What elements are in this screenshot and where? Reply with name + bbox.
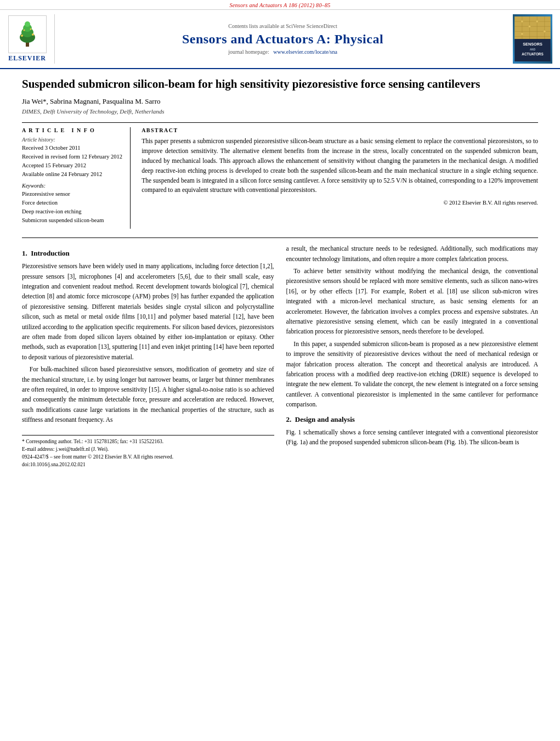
svg-text:ACTUATORS: ACTUATORS [522, 52, 543, 56]
footnote-area: * Corresponding author. Tel.: +31 152781… [22, 435, 274, 469]
svg-point-4 [25, 21, 30, 27]
sensors-actuators-badge: SENSORS AND ACTUATORS [513, 14, 552, 64]
history-accepted: Accepted 15 February 2012 [22, 161, 122, 170]
sciverse-link: Contents lists available at SciVerse Sci… [228, 23, 337, 29]
history-received1: Received 3 October 2011 [22, 144, 122, 152]
body-columns: 1. Introduction Piezoresistive sensors h… [22, 244, 538, 468]
article-title: Suspended submicron silicon-beam for hig… [22, 77, 538, 92]
section1-col1-text: Piezoresistive sensors have been widely … [22, 261, 274, 425]
svg-point-5 [21, 35, 23, 37]
section1-col2-text: a result, the mechanical structure needs… [286, 244, 539, 409]
article-abstract-column: ABSTRACT This paper presents a submicron… [142, 127, 538, 229]
svg-point-22 [544, 31, 546, 33]
journal-logo-right: SENSORS AND ACTUATORS [511, 14, 555, 64]
keywords-label: Keywords: [22, 183, 122, 189]
article-keywords: Keywords: Piezoresistive sensor Force de… [22, 183, 122, 224]
body-column-2: a result, the mechanical structure needs… [286, 244, 539, 468]
svg-point-21 [536, 20, 538, 22]
section2-col2-text: Fig. 1 schematically shows a force sensi… [286, 427, 539, 448]
journal-homepage: journal homepage: www.elsevier.com/locat… [228, 49, 337, 55]
svg-text:SENSORS: SENSORS [523, 42, 542, 47]
journal-header-center: Contents lists available at SciVerse Sci… [60, 14, 505, 64]
svg-point-20 [529, 25, 531, 27]
article-meta-row: A R T I C L E I N F O Article history: R… [22, 122, 538, 229]
footnote-email: E-mail address: j.wei@tudelft.nl (J. Wei… [22, 445, 274, 453]
abstract-text: This paper presents a submicron suspende… [142, 137, 538, 195]
article-info-label: A R T I C L E I N F O [22, 127, 122, 133]
svg-point-6 [32, 33, 34, 36]
article-affiliation: DIMES, Delft University of Technology, D… [22, 108, 538, 115]
abstract-label: ABSTRACT [142, 127, 538, 133]
article-history: Article history: Received 3 October 2011… [22, 137, 122, 178]
elsevier-tree-icon [11, 18, 44, 48]
keyword-3: Deep reactive-ion etching [22, 207, 122, 216]
keyword-1: Piezoresistive sensor [22, 190, 122, 199]
svg-point-23 [521, 33, 523, 35]
journal-citation: Sensors and Actuators A 186 (2012) 80–85 [229, 2, 330, 8]
abstract-copyright: © 2012 Elsevier B.V. All rights reserved… [142, 200, 538, 206]
history-available: Available online 24 February 2012 [22, 170, 122, 179]
svg-point-19 [521, 20, 523, 22]
journal-header: ELSEVIER Contents lists available at Sci… [0, 10, 560, 69]
svg-rect-9 [514, 16, 551, 39]
body-column-1: 1. Introduction Piezoresistive sensors h… [22, 244, 274, 468]
history-received2: Received in revised form 12 February 201… [22, 152, 122, 161]
article-content: Suspended submicron silicon-beam for hig… [0, 69, 560, 477]
svg-point-8 [30, 29, 31, 30]
svg-point-7 [23, 30, 25, 31]
body-divider [22, 237, 538, 238]
keyword-4: Submicron suspended silicon-beam [22, 216, 122, 225]
footnote-corresponding: * Corresponding author. Tel.: +31 152781… [22, 438, 274, 445]
svg-text:AND: AND [530, 48, 536, 51]
article-info-column: A R T I C L E I N F O Article history: R… [22, 127, 131, 229]
footnote-doi: doi:10.1016/j.sna.2012.02.021 [22, 461, 274, 468]
journal-title: Sensors and Actuators A: Physical [182, 31, 383, 47]
keyword-2: Force detection [22, 199, 122, 207]
homepage-link[interactable]: www.elsevier.com/locate/sna [273, 49, 337, 55]
history-label: Article history: [22, 137, 122, 143]
footnote-issn: 0924-4247/$ – see front matter © 2012 El… [22, 453, 274, 461]
elsevier-wordmark: ELSEVIER [8, 54, 46, 63]
article-authors: Jia Wei*, Sabrina Magnani, Pasqualina M.… [22, 97, 538, 106]
elsevier-logo: ELSEVIER [5, 14, 55, 64]
section2-heading: 2. Design and analysis [286, 415, 539, 424]
section1-heading: 1. Introduction [22, 249, 274, 258]
sensors-actuators-badge-svg: SENSORS AND ACTUATORS [513, 16, 552, 61]
journal-top-bar: Sensors and Actuators A 186 (2012) 80–85 [0, 0, 560, 10]
